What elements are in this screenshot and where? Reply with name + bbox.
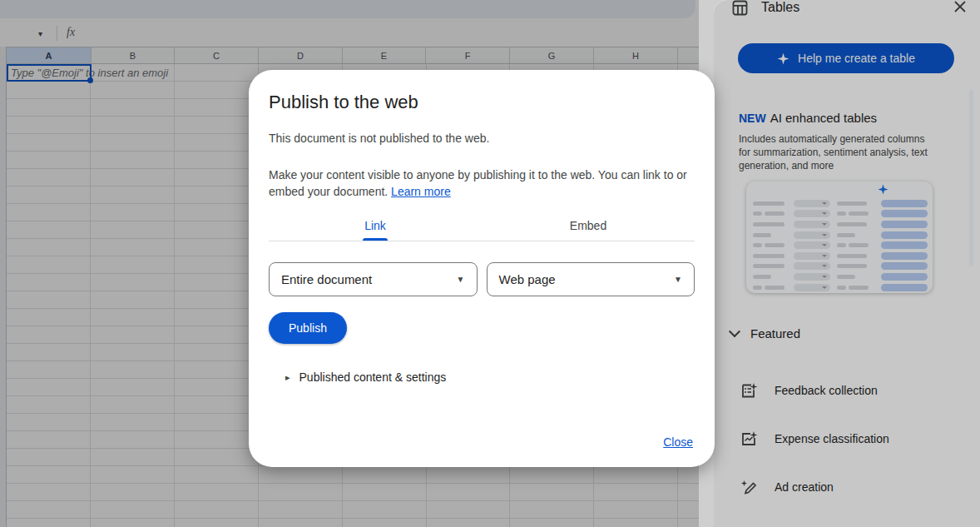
app-window: ↺ ↻ 100% ▾ $ % .0← .00→ 123 Defaul... ▾ … <box>0 0 980 527</box>
disclosure-triangle-icon: ▸ <box>285 372 290 383</box>
tab-embed[interactable]: Embed <box>482 210 695 241</box>
learn-more-link[interactable]: Learn more <box>391 185 451 198</box>
publish-button[interactable]: Publish <box>269 312 347 344</box>
tab-link[interactable]: Link <box>269 210 482 241</box>
format-dropdown[interactable]: Web page ▼ <box>487 262 695 296</box>
close-dialog-link[interactable]: Close <box>663 435 693 449</box>
publish-to-web-dialog: Publish to the web This document is not … <box>249 70 715 467</box>
tables-panel: Tables Help me create a table NEWAI enha… <box>714 0 980 527</box>
dialog-tabs: Link Embed <box>269 210 695 241</box>
publish-options: Entire document ▼ Web page ▼ <box>269 262 695 296</box>
publish-status-text: This document is not published to the we… <box>269 132 695 145</box>
scope-dropdown[interactable]: Entire document ▼ <box>269 262 478 296</box>
dialog-description: Make your content visible to anyone by p… <box>269 167 689 200</box>
panel-scrollbar[interactable] <box>969 90 973 266</box>
dialog-title: Publish to the web <box>269 92 695 113</box>
panel-scrim <box>714 0 980 527</box>
chevron-down-icon: ▼ <box>457 275 465 284</box>
published-content-settings-toggle[interactable]: ▸ Published content & settings <box>269 370 695 384</box>
chevron-down-icon: ▼ <box>674 275 682 284</box>
